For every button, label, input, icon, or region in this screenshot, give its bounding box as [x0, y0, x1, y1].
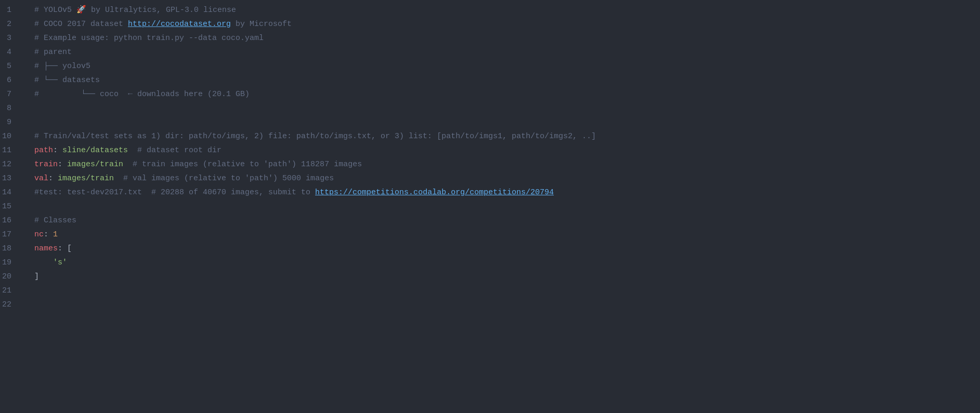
code-line [34, 199, 980, 214]
key-text: nc [34, 228, 44, 242]
code-line: path: sline/datasets # dataset root dir [34, 143, 980, 157]
code-line: nc: 1 [34, 228, 980, 242]
code-line: # YOLOv5 🚀 by Ultralytics, GPL-3.0 licen… [34, 3, 980, 17]
comment-text: #test: test-dev2017.txt # 20288 of 40670… [34, 185, 315, 199]
comment-text: # val images (relative to 'path') 5000 i… [114, 171, 334, 185]
comment-text: # train images (relative to 'path') 1182… [123, 157, 362, 171]
line-number: 20 [0, 270, 17, 284]
code-line [34, 101, 980, 115]
line-number: 9 [0, 115, 17, 129]
code-line: 's' [34, 256, 980, 270]
comment-text: # COCO 2017 dataset [34, 17, 128, 31]
code-line: # ├── yolov5 [34, 59, 980, 73]
comment-text: # ├── yolov5 [34, 59, 90, 73]
comment-text: # Example usage: python train.py --data … [34, 31, 264, 45]
line-number: 2 [0, 17, 17, 31]
line-number: 5 [0, 59, 17, 73]
value-num-text: 1 [53, 228, 58, 242]
line-number: 13 [0, 171, 17, 185]
key-text: path [34, 143, 53, 157]
punct-text: : [58, 157, 67, 171]
comment-text: # Train/val/test sets as 1) dir: path/to… [34, 129, 596, 143]
line-number: 4 [0, 45, 17, 59]
code-line [34, 284, 980, 298]
line-number: 3 [0, 31, 17, 45]
string-text: 's' [34, 256, 67, 270]
line-number: 16 [0, 214, 17, 228]
key-text: val [34, 171, 48, 185]
code-line: # └── coco ← downloads here (20.1 GB) [34, 87, 980, 101]
code-content: # YOLOv5 🚀 by Ultralytics, GPL-3.0 licen… [24, 0, 980, 413]
line-number: 12 [0, 157, 17, 171]
code-line: # └── datasets [34, 73, 980, 87]
line-numbers: 12345678910111213141516171819202122 [0, 0, 24, 413]
comment-text: # └── datasets [34, 73, 100, 87]
code-line: train: images/train # train images (rela… [34, 157, 980, 171]
code-line: # COCO 2017 dataset http://cocodataset.o… [34, 17, 980, 31]
value-text: images/train [67, 157, 123, 171]
key-text: names [34, 242, 58, 256]
line-number: 8 [0, 101, 17, 115]
code-line: ] [34, 270, 980, 284]
line-number: 14 [0, 185, 17, 199]
line-number: 11 [0, 143, 17, 157]
code-line: # parent [34, 45, 980, 59]
code-line [34, 298, 980, 312]
comment-text: by Microsoft [231, 17, 292, 31]
line-number: 18 [0, 242, 17, 256]
comment-text: # Classes [34, 214, 76, 228]
code-line [34, 115, 980, 129]
code-line: # Train/val/test sets as 1) dir: path/to… [34, 129, 980, 143]
bracket-text: ] [34, 270, 39, 284]
comment-text: # YOLOv5 🚀 by Ultralytics, GPL-3.0 licen… [34, 3, 236, 17]
comment-text: # parent [34, 45, 72, 59]
code-line: val: images/train # val images (relative… [34, 171, 980, 185]
line-number: 17 [0, 228, 17, 242]
line-number: 22 [0, 298, 17, 312]
line-number: 21 [0, 284, 17, 298]
code-editor: 12345678910111213141516171819202122 # YO… [0, 0, 980, 413]
link-text[interactable]: http://cocodataset.org [128, 17, 231, 31]
line-number: 10 [0, 129, 17, 143]
key-text: train [34, 157, 58, 171]
punct-text: : [48, 171, 58, 185]
line-number: 6 [0, 73, 17, 87]
link-text[interactable]: https://competitions.codalab.org/competi… [315, 185, 554, 199]
punct-text: : [44, 228, 53, 242]
line-number: 19 [0, 256, 17, 270]
code-line: names: [ [34, 242, 980, 256]
value-text: images/train [58, 171, 114, 185]
punct-text: : [58, 242, 67, 256]
line-number: 7 [0, 87, 17, 101]
punct-text: : [53, 143, 62, 157]
line-number: 15 [0, 199, 17, 214]
code-line: #test: test-dev2017.txt # 20288 of 40670… [34, 185, 980, 199]
value-text: sline/datasets [62, 143, 128, 157]
comment-text: # dataset root dir [128, 143, 221, 157]
bracket-text: [ [67, 242, 72, 256]
line-number: 1 [0, 3, 17, 17]
comment-text: # └── coco ← downloads here (20.1 GB) [34, 87, 250, 101]
code-line: # Classes [34, 214, 980, 228]
code-line: # Example usage: python train.py --data … [34, 31, 980, 45]
